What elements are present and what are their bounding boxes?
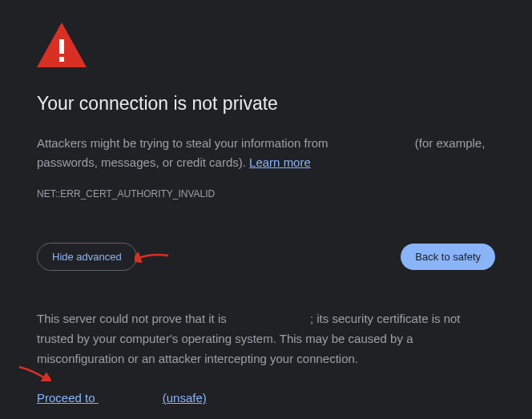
svg-rect-2 bbox=[59, 57, 64, 62]
hide-advanced-button[interactable]: Hide advanced bbox=[37, 243, 137, 271]
page-title: Your connection is not private bbox=[37, 93, 495, 115]
proceed-prefix: Proceed to bbox=[37, 391, 99, 405]
proceed-suffix: (unsafe) bbox=[163, 391, 207, 405]
warning-triangle-icon bbox=[37, 22, 495, 71]
proceed-unsafe-link[interactable]: Proceed to (unsafe) bbox=[37, 391, 207, 405]
advanced-text-1: This server could not prove that it is bbox=[37, 312, 230, 325]
back-to-safety-button[interactable]: Back to safety bbox=[401, 244, 495, 270]
description-text-1: Attackers might be trying to steal your … bbox=[37, 136, 332, 150]
svg-rect-1 bbox=[59, 39, 64, 54]
error-code: NET::ERR_CERT_AUTHORITY_INVALID bbox=[37, 188, 495, 199]
button-row: Hide advanced Back to safety bbox=[37, 243, 495, 271]
learn-more-link[interactable]: Learn more bbox=[249, 155, 311, 169]
advanced-explanation: This server could not prove that it is ;… bbox=[37, 309, 495, 369]
warning-description: Attackers might be trying to steal your … bbox=[37, 134, 495, 172]
